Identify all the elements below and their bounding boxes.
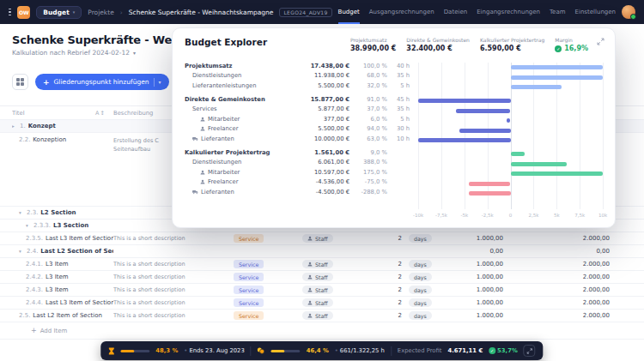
service-type-badge[interactable]: Service bbox=[234, 311, 264, 320]
kpi-label: Kalkulierter Projektertrag bbox=[480, 37, 544, 43]
table-row[interactable]: 2.4.3.L3 ItemThis is a short description… bbox=[0, 284, 644, 297]
table-row[interactable]: 2.5.Last L2 Item of SectionThis is a sho… bbox=[0, 310, 644, 322]
app-switcher[interactable]: Budget ▾ bbox=[36, 6, 82, 19]
chevron-down-icon[interactable]: ▾ bbox=[26, 223, 31, 228]
tree-row[interactable]: Lieferanten10.000,00 €63,0 %10 h bbox=[185, 134, 410, 144]
row-title-cell: ▸1.Konzept bbox=[12, 123, 113, 129]
footer-expand-button[interactable] bbox=[524, 345, 536, 357]
chart-bar[interactable] bbox=[511, 75, 604, 80]
chart-bar[interactable] bbox=[459, 129, 510, 133]
tree-row[interactable]: Freelancer5.500,00 €94,0 %30 h bbox=[185, 124, 410, 135]
assignee-label: Staff bbox=[315, 287, 328, 293]
table-row[interactable]: 2.4.2.L3 ItemThis is a short description… bbox=[0, 271, 644, 284]
tree-row-hours: 5 h bbox=[387, 82, 410, 89]
kpi-value: 38.990,00 € bbox=[350, 45, 396, 52]
service-type-badge[interactable]: Service bbox=[234, 273, 264, 281]
tree-row[interactable]: Kalkulierter Projektertrag1.561,00 €9,0 … bbox=[185, 147, 410, 158]
tree-row[interactable]: Dienstleistungen11.938,00 €68,0 %35 h bbox=[185, 71, 410, 81]
expected-profit-label: Expected Profit bbox=[398, 347, 442, 354]
chart-bar[interactable] bbox=[469, 191, 510, 196]
chevron-down-icon[interactable]: ▾ bbox=[19, 210, 24, 215]
service-type-badge[interactable]: Service bbox=[234, 298, 264, 307]
tree-row[interactable]: Freelancer-4.536,00 €-75,0 % bbox=[185, 177, 410, 188]
view-options-button[interactable] bbox=[12, 74, 28, 90]
status-footer: 48,3 % Ends 23. Aug 2023 46,4 % 661/1.32… bbox=[100, 341, 543, 360]
kpi-value: ✓16,9% bbox=[555, 45, 588, 52]
unit-chip[interactable]: days bbox=[409, 286, 432, 294]
nav-budget[interactable]: Budget bbox=[338, 0, 360, 24]
chart-bar-row bbox=[418, 96, 603, 106]
row-badge-cell: Service bbox=[234, 299, 302, 306]
nav-eingangsrechnungen[interactable]: Eingangsrechnungen bbox=[477, 0, 540, 24]
tree-row[interactable]: Lieferantenleistungen5.500,00 €32,0 %5 h bbox=[185, 81, 410, 91]
sort-icon[interactable]: A↕ bbox=[95, 110, 105, 117]
tree-row-label: Lieferanten bbox=[201, 135, 234, 142]
person-icon bbox=[307, 262, 313, 267]
tree-row[interactable]: Projektumsatz17.438,00 €100,0 %40 h bbox=[185, 61, 410, 71]
breadcrumb-projects[interactable]: Projekte bbox=[88, 9, 114, 16]
chevron-down-icon[interactable]: ▾ bbox=[19, 249, 24, 254]
chart-bar[interactable] bbox=[511, 171, 604, 176]
nav-einstellungen[interactable]: Einstellungen bbox=[575, 0, 616, 24]
unit-chip[interactable]: days bbox=[409, 260, 432, 268]
maximize-icon[interactable] bbox=[597, 38, 605, 45]
tree-row-value: 17.438,00 € bbox=[300, 63, 349, 69]
chart-bar[interactable] bbox=[507, 118, 510, 123]
row-title-cell: ▾2.3.L2 Section bbox=[12, 209, 113, 216]
chart-bar[interactable] bbox=[456, 109, 510, 113]
chevron-down-icon[interactable]: ▾ bbox=[159, 79, 161, 85]
chart-bar[interactable] bbox=[418, 138, 511, 142]
unit-chip[interactable]: days bbox=[409, 311, 432, 320]
chart-bar-row bbox=[418, 159, 603, 169]
assignee-chip[interactable]: Staff bbox=[302, 273, 333, 281]
tree-row[interactable]: Lieferanten-4.500,00 €-288,0 % bbox=[185, 187, 410, 197]
assignee-chip[interactable]: Staff bbox=[302, 311, 333, 320]
tree-row[interactable]: Mitarbeiter377,00 €6,0 %5 h bbox=[185, 114, 410, 124]
nav-dateien[interactable]: Dateien bbox=[444, 0, 467, 24]
chart-bar[interactable] bbox=[511, 152, 526, 156]
tree-row-name: Lieferantenleistungen bbox=[185, 82, 300, 89]
breadcrumb-separator-icon: › bbox=[120, 9, 123, 16]
axis-tick-label: -2,5k bbox=[482, 213, 494, 218]
chart-bar-row bbox=[418, 82, 603, 93]
service-type-badge[interactable]: Service bbox=[234, 260, 264, 268]
row-title-cell: ▾2.4.Last L2 Section of Section bbox=[12, 248, 113, 255]
nav-team[interactable]: Team bbox=[550, 0, 566, 24]
row-assignee-cell: Staff bbox=[302, 286, 378, 294]
add-outline-point-button[interactable]: + Gliederungspunkt hinzufügen ▾ bbox=[35, 74, 169, 90]
chart-bar[interactable] bbox=[511, 85, 562, 89]
app-logo[interactable]: OW bbox=[17, 6, 30, 19]
unit-chip[interactable]: days bbox=[409, 298, 432, 307]
avatar[interactable] bbox=[622, 5, 635, 19]
tree-row-label: Projektumsatz bbox=[185, 63, 232, 69]
chevron-right-icon[interactable]: ▸ bbox=[12, 123, 17, 129]
unit-chip[interactable]: days bbox=[409, 273, 432, 281]
table-row[interactable]: 2.3.5.Last L3 Item of SectionThis is a s… bbox=[0, 232, 644, 245]
chart-bar[interactable] bbox=[469, 182, 511, 186]
tree-row[interactable]: Dienstleistungen6.061,00 €388,0 % bbox=[185, 157, 410, 167]
tree-row-value: 11.938,00 € bbox=[300, 72, 349, 79]
table-row[interactable]: 2.4.4.Last L3 Item of SectionThis is a s… bbox=[0, 297, 644, 310]
menu-icon[interactable] bbox=[9, 9, 11, 16]
chart-bar[interactable] bbox=[418, 99, 511, 103]
add-item-row[interactable]: +Add Item bbox=[0, 322, 644, 340]
service-type-badge[interactable]: Service bbox=[234, 286, 264, 294]
assignee-chip[interactable]: Staff bbox=[302, 234, 333, 243]
tree-row[interactable]: Mitarbeiter10.597,00 €175,0 % bbox=[185, 167, 410, 177]
chart-bar[interactable] bbox=[511, 162, 567, 166]
table-row[interactable]: 2.4.1.L3 ItemThis is a short description… bbox=[0, 258, 644, 271]
assignee-chip[interactable]: Staff bbox=[302, 286, 333, 294]
column-title[interactable]: Titel bbox=[12, 110, 25, 117]
row-badge-cell: Service bbox=[234, 235, 302, 242]
chart-bar[interactable] bbox=[511, 65, 604, 69]
nav-ausgangsrechnungen[interactable]: Ausgangsrechnungen bbox=[369, 0, 434, 24]
person-icon bbox=[200, 126, 205, 131]
tree-row[interactable]: Direkte & Gemeinkosten15.877,00 €91,0 %4… bbox=[185, 94, 410, 105]
assignee-chip[interactable]: Staff bbox=[302, 260, 333, 268]
row-description: This is a short description bbox=[113, 273, 234, 281]
table-row[interactable]: ▾2.4.Last L2 Section of Section0,000,00 bbox=[0, 245, 644, 258]
service-type-badge[interactable]: Service bbox=[234, 234, 264, 243]
tree-row[interactable]: Services5.877,00 €37,0 %35 h bbox=[185, 104, 410, 114]
assignee-chip[interactable]: Staff bbox=[302, 298, 333, 307]
unit-chip[interactable]: days bbox=[409, 234, 432, 243]
